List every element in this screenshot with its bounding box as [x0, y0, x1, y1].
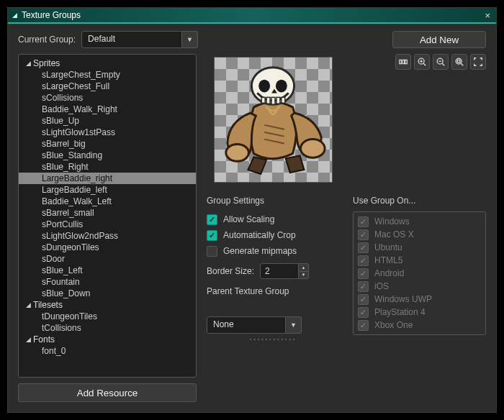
- texture-groups-window: ◢ Texture Groups × Current Group: Defaul…: [7, 7, 497, 413]
- chevron-down-icon[interactable]: ▼: [182, 31, 198, 48]
- auto-crop-row[interactable]: Automatically Crop: [207, 227, 340, 243]
- tree-item[interactable]: sPortCullis: [19, 219, 196, 230]
- platform-checkbox: [358, 216, 369, 227]
- zoom-in-button[interactable]: [414, 54, 430, 70]
- add-resource-button[interactable]: Add Resource: [18, 383, 197, 402]
- platform-label: Android: [374, 268, 404, 278]
- resize-dots-icon: ••••••••••••: [207, 337, 340, 342]
- border-size-field[interactable]: ▲ ▼: [260, 263, 309, 279]
- svg-point-1: [301, 140, 325, 158]
- tree-item[interactable]: Baddie_Walk_Left: [19, 196, 196, 207]
- platform-checkbox: [358, 242, 369, 253]
- platform-checkbox: [358, 255, 369, 266]
- platform-row: Ubuntu: [358, 241, 481, 254]
- svg-line-21: [461, 63, 463, 65]
- tree-item[interactable]: LargeBaddie_right: [19, 173, 196, 184]
- tree-item[interactable]: font_0: [19, 345, 196, 357]
- tree-item[interactable]: Baddie_Walk_Right: [19, 104, 196, 115]
- add-new-button[interactable]: Add New: [392, 31, 486, 48]
- platform-checkbox: [358, 229, 369, 240]
- fullscreen-button[interactable]: [470, 54, 486, 70]
- tree-group-label: Tilesets: [33, 300, 63, 310]
- platform-label: PlayStation 4: [374, 307, 426, 317]
- border-size-input[interactable]: [260, 263, 299, 279]
- svg-point-3: [258, 80, 270, 93]
- gen-mipmaps-checkbox[interactable]: [207, 246, 217, 257]
- detail-panel: Group Settings Allow Scaling Automatical…: [207, 54, 486, 402]
- svg-point-4: [276, 80, 287, 93]
- svg-point-0: [226, 145, 249, 162]
- svg-rect-5: [261, 97, 265, 103]
- auto-crop-checkbox[interactable]: [207, 230, 217, 241]
- platform-checkbox: [358, 307, 369, 318]
- tree-item[interactable]: tDungeonTiles: [19, 311, 196, 322]
- auto-crop-label: Automatically Crop: [223, 230, 296, 240]
- tree-item[interactable]: sBlue_Standing: [19, 150, 196, 161]
- platform-label: Windows UWP: [374, 294, 432, 304]
- allow-scaling-checkbox[interactable]: [207, 214, 217, 225]
- resource-tree[interactable]: ◢SpritessLargeChest_EmptysLargeChest_Ful…: [18, 54, 197, 378]
- svg-rect-8: [276, 97, 280, 104]
- svg-rect-6: [266, 97, 270, 104]
- svg-rect-7: [271, 97, 275, 104]
- tree-item[interactable]: sBlue_Right: [19, 161, 196, 173]
- platform-checkbox: [358, 281, 369, 292]
- border-size-label: Border Size:: [207, 266, 254, 276]
- tree-item[interactable]: sCollisions: [19, 92, 196, 104]
- tree-item[interactable]: sBarrel_small: [19, 207, 196, 219]
- chevron-down-icon[interactable]: ▼: [286, 316, 302, 334]
- current-group-dropdown[interactable]: Default ▼: [81, 31, 198, 48]
- tree-group[interactable]: ◢Fonts: [19, 334, 196, 345]
- platform-checkbox: [358, 320, 369, 331]
- svg-line-18: [442, 63, 444, 65]
- platform-label: HTML5: [374, 255, 402, 265]
- platform-row: Windows: [358, 215, 481, 228]
- tree-group[interactable]: ◢Sprites: [19, 58, 196, 69]
- tree-item[interactable]: sBlue_Up: [19, 115, 196, 127]
- platform-row: HTML5: [358, 254, 481, 267]
- collapse-icon[interactable]: ◢: [12, 12, 17, 19]
- group-settings: Group Settings Allow Scaling Automatical…: [207, 196, 340, 402]
- zoom-out-button[interactable]: [433, 54, 449, 70]
- window-title: Texture Groups: [22, 10, 483, 20]
- current-group-value: Default: [81, 31, 182, 48]
- platform-row: Windows UWP: [358, 293, 481, 306]
- tree-item[interactable]: sLargeChest_Empty: [19, 69, 196, 81]
- platform-list: WindowsMac OS XUbuntuHTML5AndroidiOSWind…: [353, 211, 486, 335]
- tree-item[interactable]: sBlue_Down: [19, 288, 196, 299]
- platform-row: iOS: [358, 280, 481, 293]
- svg-rect-12: [405, 60, 408, 63]
- titlebar: ◢ Texture Groups ×: [8, 8, 496, 24]
- allow-scaling-label: Allow Scaling: [223, 214, 274, 224]
- allow-scaling-row[interactable]: Allow Scaling: [207, 211, 340, 227]
- tree-group-label: Sprites: [33, 58, 60, 68]
- use-group-title: Use Group On...: [353, 196, 486, 206]
- tree-item[interactable]: sFountain: [19, 276, 196, 288]
- tree-item[interactable]: tCollisions: [19, 322, 196, 334]
- platform-label: Xbox One: [374, 320, 413, 330]
- tree-item[interactable]: sDungeonTiles: [19, 242, 196, 253]
- svg-line-14: [423, 63, 426, 65]
- tree-item[interactable]: LargeBaddie_left: [19, 184, 196, 196]
- close-icon[interactable]: ×: [483, 10, 492, 21]
- gen-mipmaps-row[interactable]: Generate mipmaps: [207, 243, 340, 259]
- svg-rect-22: [457, 60, 460, 63]
- tree-item[interactable]: sBarrel_big: [19, 138, 196, 150]
- toolbar: Current Group: Default ▼ Add New: [8, 24, 496, 54]
- platform-row: Android: [358, 267, 481, 280]
- tree-item[interactable]: sLightGlow1stPass: [19, 127, 196, 138]
- tree-item[interactable]: sLightGlow2ndPass: [19, 230, 196, 242]
- tree-group[interactable]: ◢Tilesets: [19, 299, 196, 311]
- parent-group-dropdown[interactable]: None ▼: [207, 316, 315, 334]
- svg-point-20: [456, 58, 462, 64]
- platform-label: iOS: [374, 281, 389, 291]
- tree-item[interactable]: sDoor: [19, 253, 196, 265]
- zoom-fit-button[interactable]: [451, 54, 467, 70]
- spin-up-icon[interactable]: ▲: [299, 264, 308, 272]
- gen-mipmaps-label: Generate mipmaps: [223, 246, 297, 256]
- tree-item[interactable]: sLargeChest_Full: [19, 81, 196, 92]
- spin-down-icon[interactable]: ▼: [299, 272, 308, 279]
- platform-row: Xbox One: [358, 319, 481, 332]
- zoom-1to1-button[interactable]: [395, 54, 411, 70]
- tree-item[interactable]: sBlue_Left: [19, 265, 196, 276]
